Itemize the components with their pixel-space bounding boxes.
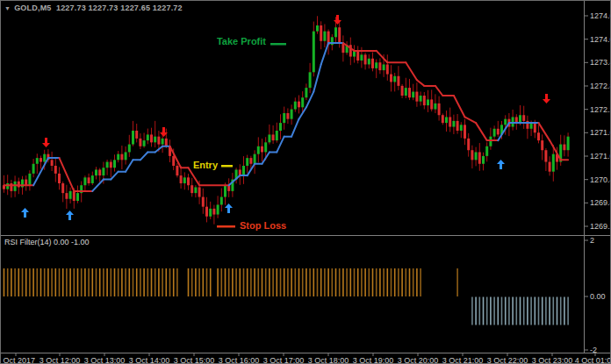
- rsi-bar: [121, 268, 123, 296]
- rsi-bar: [324, 268, 326, 296]
- rsi-bar: [51, 268, 53, 296]
- candle-body: [165, 139, 168, 146]
- rsi-bar: [250, 268, 252, 296]
- rsi-bar: [198, 268, 200, 296]
- trend-line-segment: [111, 172, 118, 180]
- candle-body: [497, 129, 500, 135]
- rsi-bar: [332, 268, 334, 296]
- take-profit-dash[interactable]: [270, 43, 286, 46]
- candle-body: [83, 177, 86, 185]
- sell-arrow-icon[interactable]: [42, 138, 50, 147]
- rsi-bar: [456, 268, 458, 296]
- trend-line-segment: [435, 86, 442, 96]
- pane-resize-handle[interactable]: [1, 233, 611, 237]
- candle-body: [128, 145, 131, 153]
- rsi-bar: [339, 268, 341, 296]
- rsi-bar: [7, 268, 9, 296]
- time-axis[interactable]: [1, 353, 611, 364]
- candle-body: [113, 160, 116, 168]
- rsi-bar: [169, 268, 171, 296]
- stop-loss-label[interactable]: Stop Loss: [240, 220, 286, 231]
- trend-line-segment: [454, 96, 465, 117]
- rsi-bar: [376, 268, 377, 296]
- candle-body: [390, 75, 392, 82]
- candle-body: [98, 169, 101, 175]
- rsi-bar: [516, 297, 518, 325]
- trend-line-segment: [550, 140, 561, 160]
- rsi-bar: [22, 268, 24, 296]
- rsi-bar: [320, 268, 322, 296]
- chart-dropdown-icon[interactable]: ▼: [4, 5, 11, 11]
- rsi-bar: [247, 268, 248, 296]
- ohlc-readout: 1227.73 1227.73 1227.65 1227.72: [56, 4, 183, 12]
- candle-body: [154, 137, 156, 143]
- chart-canvas[interactable]: 1274.651274.051273.451272.851272.251271.…: [1, 1, 611, 364]
- rsi-indicator-label: RSI Filter(14) 0.00 -1.00: [4, 238, 90, 246]
- buy-arrow-icon[interactable]: [21, 208, 29, 218]
- buy-arrow-icon[interactable]: [66, 211, 74, 220]
- price-axis[interactable]: [584, 1, 611, 353]
- rsi-bar: [44, 268, 46, 296]
- rsi-bar: [564, 297, 565, 325]
- candle-body: [254, 154, 256, 164]
- rsi-bar: [84, 268, 86, 296]
- rsi-bar: [14, 268, 16, 296]
- candle-body: [316, 25, 319, 32]
- rsi-bar: [258, 268, 260, 296]
- candle-body: [268, 134, 270, 142]
- rsi-bar: [416, 268, 418, 296]
- buy-arrow-icon[interactable]: [225, 203, 233, 213]
- rsi-bar: [29, 268, 31, 296]
- candle-body: [76, 193, 79, 201]
- candle-body: [51, 160, 54, 166]
- rsi-bar: [269, 268, 270, 296]
- trend-line-segment: [343, 43, 355, 51]
- candle-body: [279, 123, 282, 131]
- rsi-bar: [206, 268, 208, 296]
- stop-loss-dash[interactable]: [217, 225, 235, 228]
- candle-body: [110, 162, 112, 168]
- candle-body: [434, 103, 436, 110]
- rsi-bar: [176, 268, 178, 296]
- rsi-bar: [379, 268, 381, 296]
- rsi-bar: [369, 268, 370, 296]
- rsi-bar: [387, 268, 389, 296]
- candle-body: [449, 117, 451, 126]
- candle-body: [334, 27, 337, 37]
- rsi-bar: [11, 268, 12, 296]
- candle-body: [180, 175, 183, 183]
- candle-body: [464, 125, 466, 139]
- rsi-bar: [277, 268, 278, 296]
- candle-body: [493, 129, 496, 137]
- candle-body: [386, 64, 389, 74]
- rsi-bar: [295, 268, 297, 296]
- sell-arrow-icon[interactable]: [334, 15, 341, 25]
- rsi-bar: [125, 268, 126, 296]
- candle-body: [125, 152, 127, 160]
- take-profit-label[interactable]: Take Profit: [217, 36, 266, 46]
- candle-body: [40, 158, 42, 161]
- candle-body: [291, 110, 293, 119]
- candle-body: [408, 88, 411, 97]
- buy-arrow-icon[interactable]: [497, 160, 505, 169]
- candle-body: [264, 142, 267, 152]
- candle-body: [298, 102, 300, 108]
- candle-body: [356, 51, 359, 61]
- candle-body: [143, 140, 146, 146]
- candle-body: [438, 103, 441, 115]
- entry-label[interactable]: Entry: [193, 160, 218, 170]
- rsi-bar: [143, 268, 145, 296]
- rsi-bar: [560, 297, 562, 325]
- candle-body: [423, 96, 426, 105]
- rsi-bar: [188, 268, 190, 296]
- candle-body: [272, 134, 275, 140]
- rsi-bar: [542, 297, 543, 325]
- entry-dash[interactable]: [221, 165, 233, 168]
- sell-arrow-icon[interactable]: [543, 94, 550, 103]
- rsi-bar: [4, 268, 5, 296]
- rsi-bar: [136, 268, 138, 296]
- candle-body: [475, 152, 478, 160]
- rsi-bar: [203, 268, 205, 296]
- candle-body: [552, 154, 555, 172]
- candle-body: [478, 152, 481, 163]
